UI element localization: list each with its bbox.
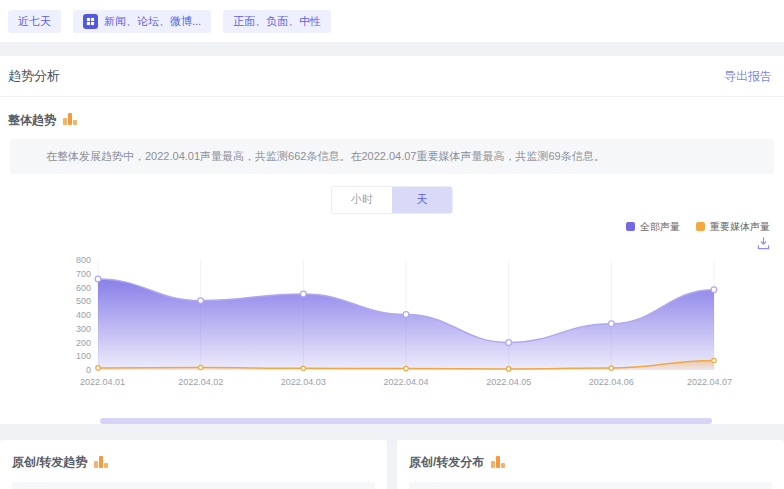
original-repost-trend-summary: 原创/转发趋势中原创声量在2022.04.01最高，共监测510条信息；转发声量… (12, 482, 375, 489)
svg-text:0: 0 (86, 365, 91, 375)
original-repost-trend-card: 原创/转发趋势 原创/转发趋势中原创声量在2022.04.01最高，共监测510… (0, 440, 387, 489)
chart-legend: 全部声量 重要媒体声量 (0, 214, 784, 234)
original-repost-trend-title: 原创/转发趋势 (12, 454, 87, 471)
svg-text:2022.04.06: 2022.04.06 (589, 377, 634, 387)
svg-text:2022.04.02: 2022.04.02 (178, 377, 223, 387)
panel-title: 趋势分析 (8, 67, 60, 85)
svg-text:700: 700 (76, 268, 91, 278)
original-repost-distribution-summary: 监测信息总量3294条信息，其中原创声量占比66.45%，共计2189条信息；转… (409, 482, 772, 489)
svg-text:200: 200 (76, 337, 91, 347)
overall-trend-summary: 在整体发展趋势中，2022.04.01声量最高，共监测662条信息。在2022.… (10, 139, 774, 174)
trend-podium-icon (63, 111, 77, 129)
filter-chip-daterange-label: 近七天 (18, 14, 51, 29)
svg-text:100: 100 (76, 351, 91, 361)
svg-text:400: 400 (76, 310, 91, 320)
svg-text:2022.04.07: 2022.04.07 (687, 377, 732, 387)
filter-chip-sources-label: 新闻、论坛、微博... (104, 14, 201, 29)
overall-trend-header: 整体趋势 (0, 97, 784, 139)
legend-dot-total (626, 222, 635, 231)
trend-analysis-panel: 趋势分析 导出报告 整体趋势 在整体发展趋势中，2022.04.01声量最高，共… (0, 56, 784, 424)
svg-text:2022.04.03: 2022.04.03 (281, 377, 326, 387)
svg-text:800: 800 (76, 255, 91, 265)
overall-trend-title: 整体趋势 (8, 112, 56, 129)
granularity-toggle: 小时 天 (331, 186, 453, 214)
legend-dot-key-media (696, 222, 705, 231)
svg-text:2022.04.05: 2022.04.05 (486, 377, 531, 387)
filter-chip-sentiment[interactable]: 正面、负面、中性 (223, 10, 331, 33)
svg-text:600: 600 (76, 282, 91, 292)
filter-chip-sentiment-label: 正面、负面、中性 (233, 14, 321, 29)
filter-bar: 近七天 新闻、论坛、微博... 正面、负面、中性 (0, 0, 784, 42)
original-repost-distribution-title: 原创/转发分布 (409, 454, 484, 471)
filter-chip-daterange[interactable]: 近七天 (8, 10, 61, 33)
trend-podium-icon (491, 454, 505, 472)
trend-chart[interactable]: 01002003004005006007008002022.04.012022.… (58, 250, 778, 398)
svg-text:500: 500 (76, 296, 91, 306)
legend-label-total: 全部声量 (640, 220, 680, 234)
original-repost-distribution-card: 原创/转发分布 监测信息总量3294条信息，其中原创声量占比66.45%，共计2… (397, 440, 784, 489)
legend-item-total-volume[interactable]: 全部声量 (626, 220, 680, 234)
export-report-link[interactable]: 导出报告 (724, 68, 772, 85)
filter-chip-sources[interactable]: 新闻、论坛、微博... (73, 10, 211, 33)
trend-podium-icon (94, 454, 108, 472)
svg-text:2022.04.01: 2022.04.01 (80, 377, 125, 387)
panel-header: 趋势分析 导出报告 (0, 56, 784, 97)
svg-text:2022.04.04: 2022.04.04 (383, 377, 428, 387)
bottom-cards: 原创/转发趋势 原创/转发趋势中原创声量在2022.04.01最高，共监测510… (0, 440, 784, 489)
toggle-day[interactable]: 天 (392, 187, 452, 213)
chart-datazoom-slider[interactable] (100, 418, 712, 424)
legend-item-key-media-volume[interactable]: 重要媒体声量 (696, 220, 770, 234)
media-channels-icon (83, 14, 98, 29)
save-as-image-icon[interactable] (757, 237, 770, 250)
toggle-hour[interactable]: 小时 (332, 187, 392, 213)
legend-label-key-media: 重要媒体声量 (710, 220, 770, 234)
svg-text:300: 300 (76, 323, 91, 333)
